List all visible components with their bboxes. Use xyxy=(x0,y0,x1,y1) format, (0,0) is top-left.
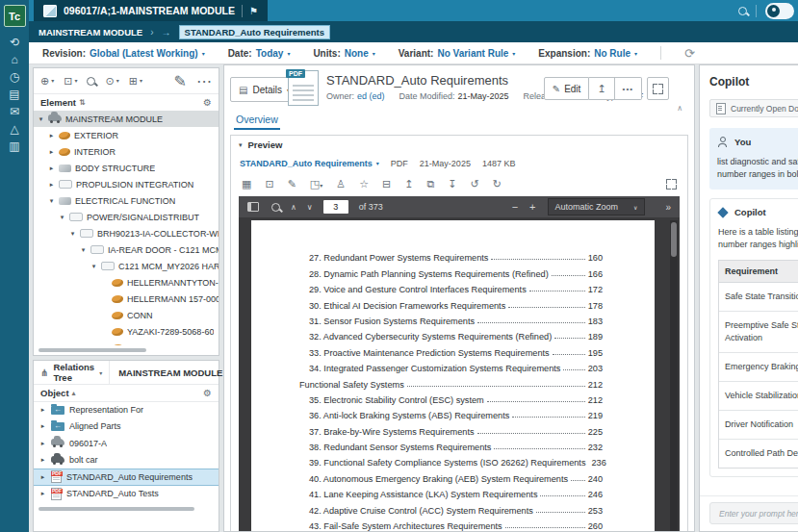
tab-overview[interactable]: Overview xyxy=(234,114,280,130)
download-icon[interactable] xyxy=(448,179,456,190)
context-filter[interactable]: Expansion:No Rule▾ xyxy=(538,48,637,59)
toc-entry[interactable]: 31. Sensor Fusion Systems Requirements18… xyxy=(299,311,603,326)
horizontal-scrollbar[interactable] xyxy=(39,507,194,511)
favorite-star-icon[interactable] xyxy=(359,179,369,190)
history-icon[interactable] xyxy=(0,34,29,51)
collapse-header-icon[interactable]: ∧ xyxy=(677,104,682,113)
pen-icon[interactable] xyxy=(288,179,296,190)
stamp-icon[interactable] xyxy=(265,179,273,190)
tree-row[interactable]: ▾BRH90213-IA-COLLECTOR-WRG-C121 MC xyxy=(34,225,219,241)
fullscreen-button[interactable] xyxy=(647,77,669,100)
tree-caret-icon[interactable]: ▸ xyxy=(39,473,46,481)
report-icon[interactable] xyxy=(0,138,29,155)
toc-entry[interactable]: 34. Integrated Passenger Customization S… xyxy=(299,358,603,373)
open-object-tab[interactable]: 096017/A;1-MAINSTREAM MODULE xyxy=(34,0,268,21)
relation-row[interactable]: ▸Representation For xyxy=(34,401,219,418)
share-icon[interactable] xyxy=(404,179,413,190)
toc-entry[interactable]: 30. Ethical AI Decision Frameworks Requi… xyxy=(299,294,603,310)
issue-icon[interactable] xyxy=(0,120,29,138)
file-name-dropdown[interactable]: STANDARD_Auto Requirements ▾ xyxy=(240,159,379,168)
toc-entry[interactable]: 27. Redundant Power Systems Requirements… xyxy=(299,247,603,263)
next-page-icon[interactable]: ∨ xyxy=(307,203,313,212)
user-avatar[interactable] xyxy=(765,3,794,19)
tree-row[interactable]: ▾MAINSTREAM MODULE xyxy=(34,111,219,127)
tree-caret-icon[interactable]: ▸ xyxy=(39,440,46,447)
undo-icon[interactable] xyxy=(471,179,479,190)
relation-row[interactable]: ▸096017-A xyxy=(34,435,219,452)
pdf-search-icon[interactable] xyxy=(271,203,280,212)
toc-entry[interactable]: 36. Anti-lock Braking Systems (ABS) Requ… xyxy=(299,405,603,420)
tree-caret-icon[interactable]: ▸ xyxy=(39,456,46,464)
toc-entry[interactable]: 29. Voice and Gesture Control Interfaces… xyxy=(299,279,603,294)
preview-section-header[interactable]: ▾ Preview xyxy=(231,136,687,154)
tree-row[interactable]: ▸INTERIOR xyxy=(34,143,219,160)
alarm-icon[interactable] xyxy=(0,68,29,86)
tree-row[interactable]: MOLEX - 34062-0046 xyxy=(34,340,219,345)
tree-row[interactable]: CONN xyxy=(34,307,219,323)
tree-row[interactable]: ▾ELECTRICAL FUNCTION xyxy=(34,192,219,209)
object-column-header[interactable]: Object xyxy=(34,385,219,402)
context-filter[interactable]: Date:Today▾ xyxy=(228,48,291,59)
tree-caret-icon[interactable]: ▸ xyxy=(39,406,46,414)
tree-caret-icon[interactable]: ▸ xyxy=(39,422,46,430)
tree-caret-icon[interactable]: ▸ xyxy=(48,132,55,139)
tree-row[interactable]: ▾POWER/SIGNALDISTRIBUT xyxy=(34,209,219,225)
zoom-out-icon[interactable]: − xyxy=(512,201,518,213)
tree-caret-icon[interactable]: ▾ xyxy=(69,230,76,238)
tree-row[interactable]: ▸EXTERIOR xyxy=(34,127,219,143)
share-button[interactable] xyxy=(589,77,614,100)
toc-entry[interactable]: Functional Safety Systems212 xyxy=(299,373,603,389)
tree-row[interactable]: ▸PROPULSION INTEGRATION xyxy=(34,176,219,192)
relations-view-selector[interactable]: Relations Tree ▾ xyxy=(34,361,110,384)
tree-row[interactable]: HELLERMANN 157-00080 xyxy=(34,291,219,307)
add-element-button[interactable]: ▾ xyxy=(40,76,54,87)
context-filter[interactable]: Revision:Global (Latest Working)▾ xyxy=(42,48,205,59)
toc-entry[interactable]: 42. Adaptive Cruise Control (ACC) System… xyxy=(299,499,603,515)
toc-entry[interactable]: 41. Lane Keeping Assistance (LKA) System… xyxy=(299,484,603,499)
owner-link[interactable]: ed (ed) xyxy=(357,91,385,101)
toc-entry[interactable]: 35. Electronic Stability Control (ESC) s… xyxy=(299,390,603,405)
search-in-tree-icon[interactable] xyxy=(87,77,95,86)
preview-fullscreen-icon[interactable] xyxy=(666,179,677,190)
tree-caret-icon[interactable]: ▾ xyxy=(90,263,97,270)
pdf-scrollbar[interactable] xyxy=(670,220,678,531)
tree-caret-icon[interactable]: ▸ xyxy=(39,490,46,497)
breadcrumb-root[interactable]: MAINSTREAM MODULE xyxy=(39,27,142,38)
relation-row[interactable]: ▸Aligned Parts xyxy=(34,418,219,436)
relation-row[interactable]: ▸STANDARD_Auto Requirements xyxy=(34,469,219,486)
redo-icon[interactable] xyxy=(493,179,502,190)
open-element-button[interactable]: ▾ xyxy=(64,76,77,87)
zoom-level-select[interactable]: Automatic Zoom ∨ xyxy=(548,198,646,215)
print-icon[interactable] xyxy=(382,179,391,190)
copy-pages-icon[interactable] xyxy=(426,179,434,190)
previous-page-icon[interactable]: ∧ xyxy=(291,203,296,212)
toc-entry[interactable]: 32. Advanced Cybersecurity Systems Requi… xyxy=(299,326,603,342)
zoom-in-icon[interactable]: + xyxy=(529,201,535,213)
library-icon[interactable] xyxy=(0,86,29,103)
scrollbar-thumb[interactable] xyxy=(671,222,677,257)
page-number-input[interactable] xyxy=(323,200,348,214)
tree-row[interactable]: ▾C121 MCM_MY2026 HARNESS ASM xyxy=(34,258,219,274)
tree-row[interactable]: ▾IA-REAR DOOR - C121 MCM xyxy=(34,241,219,258)
shapes-dropdown-icon[interactable]: ▾ xyxy=(310,179,322,190)
current-document-chip[interactable]: Currently Open Document xyxy=(709,99,798,117)
tree-caret-icon[interactable]: ▸ xyxy=(48,181,55,189)
edit-pencil-icon[interactable] xyxy=(174,72,187,90)
toc-entry[interactable]: 33. Proactive Maintenance Prediction Sys… xyxy=(299,342,603,357)
toc-entry[interactable]: 39. Functional Safety Compliance Systems… xyxy=(299,452,603,468)
edit-button[interactable]: Edit xyxy=(544,77,590,100)
toggle-sidebar-icon[interactable] xyxy=(247,202,259,212)
more-actions-icon[interactable] xyxy=(196,72,212,90)
home-icon[interactable] xyxy=(0,51,29,68)
toc-entry[interactable]: 40. Autonomous Emergency Braking (AEB) S… xyxy=(299,468,603,483)
tree-caret-icon[interactable]: ▾ xyxy=(59,214,65,221)
toolbar-more-icon[interactable]: » xyxy=(665,202,671,213)
teamcenter-logo[interactable]: Tc xyxy=(4,5,26,27)
tree-caret-icon[interactable]: ▸ xyxy=(48,148,55,156)
more-options-button[interactable]: ••• xyxy=(615,77,642,100)
prompt-input[interactable] xyxy=(717,508,798,519)
column-settings-gear-icon[interactable] xyxy=(203,97,212,108)
context-filter[interactable]: Units:None▾ xyxy=(313,48,374,59)
inbox-icon[interactable] xyxy=(0,103,29,120)
tree-caret-icon[interactable]: ▸ xyxy=(48,165,55,172)
